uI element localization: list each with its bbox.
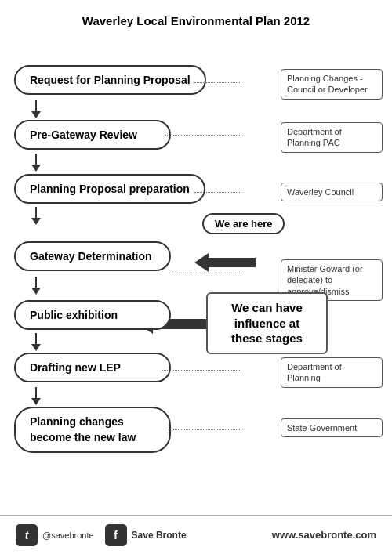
dotted2	[165, 135, 241, 136]
step6-box: Drafting new LEP	[14, 353, 171, 382]
annotation2: Department of Planning PAC	[281, 122, 383, 153]
step4-box: Gateway Determination	[14, 241, 171, 271]
annotation1: Planning Changes -Council or Developer	[281, 69, 383, 100]
step1-box: Request for Planning Proposal	[14, 65, 206, 95]
step4-label: Gateway Determination	[14, 241, 171, 271]
arrow1	[30, 100, 41, 118]
step2-label: Pre-Gateway Review	[14, 120, 171, 150]
footer-website: www.savebronte.com	[272, 529, 376, 541]
arrow2	[30, 154, 41, 172]
facebook-label: Save Bronte	[132, 530, 187, 541]
twitter-handle: @savebronte	[42, 530, 94, 540]
footer: t @savebronte f Save Bronte www.savebron…	[0, 515, 392, 554]
annotation3: Waverley Council	[281, 183, 383, 201]
step7-box: Planning changesbecome the new law	[14, 407, 171, 453]
step1-label: Request for Planning Proposal	[14, 65, 206, 95]
step6-label: Drafting new LEP	[14, 353, 171, 382]
twitter-icon: t	[16, 524, 38, 546]
step3-label: Planning Proposal preparation	[14, 174, 205, 204]
dotted6	[162, 370, 241, 371]
step5-label: Public exhibition	[14, 300, 171, 330]
annotation7: State Government	[281, 418, 383, 437]
step2-box: Pre-Gateway Review	[14, 120, 171, 150]
page: Waverley Local Environmental Plan 2012 R…	[0, 0, 392, 554]
arrow5	[30, 333, 41, 351]
step7-label: Planning changesbecome the new law	[14, 407, 171, 453]
arrow6	[30, 387, 41, 405]
arrow3	[30, 207, 41, 225]
dotted3	[194, 192, 241, 193]
we-are-here-label: We are here	[202, 213, 285, 234]
dotted7	[169, 429, 241, 430]
annotation6: Department of Planning	[281, 357, 383, 388]
page-title: Waverley Local Environmental Plan 2012	[0, 0, 392, 35]
step3-box: Planning Proposal preparation	[14, 174, 205, 204]
influence-box: We can haveinfluence atthese stages	[206, 292, 328, 354]
arrow4	[30, 277, 41, 295]
dotted4	[172, 273, 241, 273]
facebook-icon: f	[105, 524, 127, 546]
step5-box: Public exhibition	[14, 300, 171, 330]
big-arrow-step4	[194, 253, 256, 272]
dotted1	[194, 82, 241, 83]
